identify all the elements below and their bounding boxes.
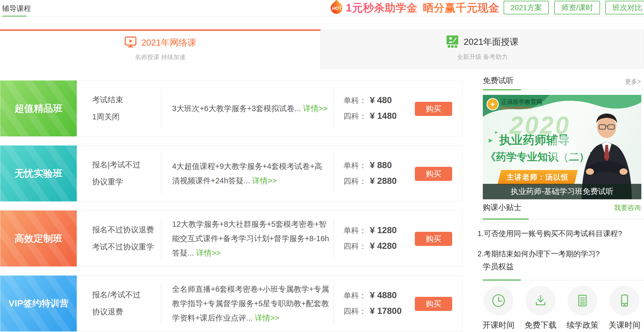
free-trial-video[interactable]: + 正保医学教育网 www.med66.com 2020 ▶ ▶ 执业药师辅导 …	[483, 95, 641, 199]
more-link[interactable]: 更多>	[625, 78, 641, 86]
course-condition: 报名/考试不过 协议退费	[92, 276, 160, 331]
clock-icon	[484, 286, 513, 315]
column-divider	[161, 219, 161, 258]
course-list: 超值精品班 考试结束 1周关闭 3大班次+6大教学服务+3套模拟试卷... 详情…	[0, 80, 462, 332]
section-divider-accent	[483, 280, 521, 281]
tip-item-1[interactable]: 1.可否使用同一账号购买不同考试科目课程?	[477, 229, 622, 239]
triangle-decoration: ▶	[489, 137, 493, 143]
tab-online-course[interactable]: 2021年网络课 名师授课 持续加速	[0, 29, 321, 69]
buy-button[interactable]: 购买	[415, 167, 452, 181]
course-name-card: 高效定制班	[0, 210, 77, 266]
detail-link[interactable]: 详情>>	[252, 176, 277, 185]
tip-item-2[interactable]: 2.考期结束如何办理下一考期的学习?	[477, 249, 600, 259]
promo-banner[interactable]: HOT 1元秒杀助学金晒分赢千元现金	[330, 0, 499, 15]
course-row-chaozhi: 超值精品班 考试结束 1周关闭 3大班次+6大教学服务+3套模拟试卷... 详情…	[0, 80, 462, 136]
course-row-vip: VIP签约特训营 报名/考试不过 协议退费 全名师直播+6套模考密卷+小班专属教…	[0, 276, 462, 331]
course-row-wuyou: 无忧实验班 报名|考试不过 协议重学 4大超值课程+9大教学服务+4套模考试卷+…	[0, 145, 462, 201]
classroom-icon	[446, 35, 459, 49]
benefit-close-time[interactable]: 关课时间	[606, 286, 643, 331]
hot-flame-icon: HOT	[330, 1, 344, 15]
buy-button[interactable]: 购买	[415, 102, 452, 116]
tab-label: 2021年网络课	[141, 37, 196, 49]
buy-button[interactable]: 购买	[415, 232, 452, 246]
benefit-renewal-policy[interactable]: 续学政策	[564, 286, 601, 331]
column-divider	[333, 219, 334, 258]
course-name-card: 超值精品班	[0, 80, 77, 136]
benefits-list: 开课时间 免费下载	[480, 286, 643, 331]
column-divider	[333, 284, 334, 323]
title-divider-accent	[2, 16, 27, 17]
course-condition: 报名不过协议退费 考试不过协议重学	[92, 211, 160, 266]
detail-link[interactable]: 详情>>	[303, 104, 328, 113]
free-trial-title: 免费试听	[483, 75, 514, 86]
section-divider-accent	[483, 218, 529, 220]
column-divider	[161, 89, 161, 128]
tips-title: 购课小贴士	[483, 202, 521, 213]
page-title: 辅导课程	[2, 4, 31, 13]
benefit-free-download[interactable]: 免费下载	[522, 286, 560, 331]
course-description: 12大教学服务+8大社群服务+5套模考密卷+智能交互式课件+备考学习计划+督学服…	[172, 211, 330, 266]
course-description: 4大超值课程+9大教学服务+4套模考试卷+高清视频课件+24h答疑... 详情>…	[172, 146, 330, 201]
med66-logo: + 正保医学教育网 www.med66.com	[487, 98, 542, 110]
consult-link[interactable]: 我要咨询	[614, 203, 641, 212]
detail-link[interactable]: 详情>>	[196, 249, 221, 257]
column-divider	[161, 154, 161, 193]
document-icon	[568, 286, 597, 315]
column-divider	[161, 284, 161, 323]
course-name-card: 无忧实验班	[0, 145, 77, 201]
course-page: 辅导课程 HOT 1元秒杀助学金晒分赢千元现金 2021方案 师资/课时 班次对…	[0, 0, 644, 332]
tab-subtitle: 名师授课 持续加速	[0, 53, 321, 61]
buy-button[interactable]: 购买	[415, 297, 452, 311]
course-description: 3大班次+6大教学服务+3套模拟试卷... 详情>>	[172, 81, 330, 136]
play-button[interactable]	[551, 136, 576, 161]
phone-icon	[610, 286, 639, 315]
detail-link[interactable]: 详情>>	[255, 314, 279, 322]
benefit-open-time[interactable]: 开课时间	[480, 286, 517, 331]
column-divider	[333, 89, 334, 128]
course-prices: 单科：¥ 4880 四科：¥ 17800	[343, 276, 402, 331]
course-prices: 单科：¥ 480 四科：¥ 1480	[343, 81, 397, 136]
logo-url-text: www.med66.com	[501, 105, 542, 110]
download-icon	[526, 286, 556, 315]
course-condition: 考试结束 1周关闭	[92, 81, 160, 136]
promo-text: 1元秒杀助学金晒分赢千元现金	[346, 1, 499, 15]
logo-name: 正保医学教育网	[501, 99, 542, 105]
teacher-badge: 主讲老师：汤以恒	[497, 170, 578, 184]
course-row-gaoxiao: 高效定制班 报名不过协议退费 考试不过协议重学 12大教学服务+8大社群服务+5…	[0, 210, 462, 266]
section-divider-accent	[483, 89, 521, 90]
benefits-title: 学员权益	[483, 261, 514, 272]
play-icon	[560, 143, 570, 155]
column-divider	[333, 154, 334, 193]
monitor-play-icon	[124, 36, 137, 49]
video-caption: 执业药师-基础学习班免费试听	[483, 184, 641, 199]
course-prices: 单科：¥ 880 四科：¥ 2880	[343, 146, 397, 201]
course-prices: 单科：¥ 1280 四科：¥ 4280	[343, 211, 397, 266]
course-description: 全名师直播+6套模考密卷+小班专属教学+专属教学指导+专属督学服务+5星专职助教…	[172, 276, 330, 331]
course-condition: 报名|考试不过 协议重学	[92, 146, 160, 201]
med66-logo-icon: +	[487, 98, 499, 110]
triangle-decoration: ▶	[495, 130, 498, 134]
course-name-card: VIP签约特训营	[0, 276, 77, 331]
sidebar: 免费试听 更多> + 正保医学教育网 www.med66.com 2020 ▶ …	[477, 0, 644, 332]
